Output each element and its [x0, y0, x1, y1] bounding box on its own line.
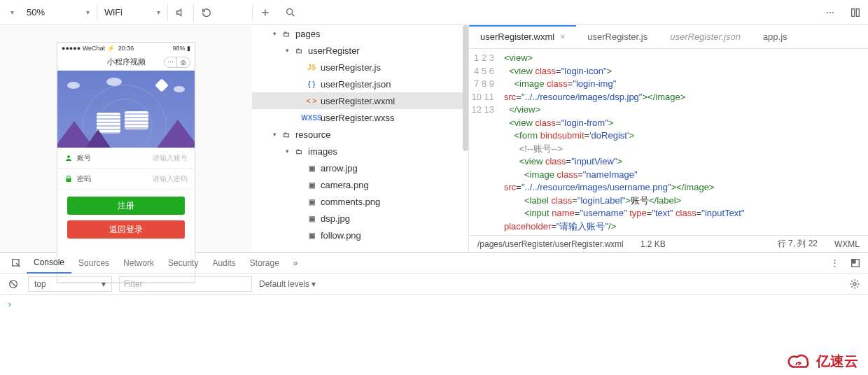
file-userregister-js[interactable]: JSuserRegister.js	[252, 59, 468, 76]
code-editor[interactable]: 1 2 3 4 5 6 7 8 9 10 11 12 13 <view> <vi…	[469, 49, 868, 235]
split-button[interactable]	[843, 0, 868, 25]
tree-label: userRegister.json	[321, 79, 391, 90]
context-select[interactable]: top▾	[28, 276, 112, 292]
tree-label: pages	[295, 29, 320, 39]
device-dropdown[interactable]: ▾	[0, 0, 20, 25]
split-icon	[850, 7, 861, 18]
console-body[interactable]: ›	[0, 295, 868, 375]
account-placeholder: 请输入账号	[153, 153, 188, 163]
password-row[interactable]: 密码 请输入密码	[57, 169, 195, 190]
file-userregister-json[interactable]: { }userRegister.json	[252, 76, 468, 92]
wxss-icon: WXSS	[305, 114, 318, 122]
phone-statusbar: ●●●●● WeChat ⚡ 20:36 98% ▮	[57, 43, 195, 54]
file-image[interactable]: ▣dsp.jpg	[252, 210, 468, 227]
image-icon: ▣	[305, 198, 318, 206]
status-cursor: 行 7, 列 22	[778, 238, 818, 250]
console-filter-input[interactable]: Filter	[119, 276, 252, 292]
context-value: top	[34, 279, 46, 289]
network-dropdown[interactable]: WiFi▾	[97, 0, 167, 25]
chevron-down-icon: ▾	[10, 8, 14, 16]
more-button[interactable]	[818, 0, 843, 25]
devtools-tab-storage[interactable]: Storage	[243, 253, 286, 274]
carrier-label: ●●●●● WeChat ⚡	[62, 45, 115, 52]
tab-label: userRegister.wxml	[480, 31, 554, 42]
inspect-icon	[10, 257, 22, 269]
console-settings-button[interactable]	[847, 271, 862, 297]
svg-point-2	[830, 12, 831, 13]
tree-label: comments.png	[321, 197, 380, 207]
clear-console-button[interactable]	[6, 271, 21, 297]
new-file-button[interactable]	[253, 0, 278, 25]
folder-pages[interactable]: ▾🗀pages	[252, 25, 468, 42]
rotate-button[interactable]	[194, 0, 219, 25]
folder-icon: 🗀	[293, 47, 305, 55]
chevron-down-icon: ▾	[286, 47, 293, 54]
svg-point-10	[853, 283, 856, 285]
file-image[interactable]: ▣arrow.jpg	[252, 160, 468, 176]
file-image[interactable]: ▣follow.png	[252, 227, 468, 243]
file-explorer: ▾🗀pages ▾🗀userRegister JSuserRegister.js…	[252, 25, 469, 252]
devtools-menu-button[interactable]: ⋮	[827, 250, 841, 276]
file-userregister-wxml[interactable]: < >userRegister.wxml	[252, 92, 468, 109]
password-label: 密码	[77, 174, 91, 184]
file-userregister-wxss[interactable]: WXSSuserRegister.wxss	[252, 109, 468, 126]
file-image[interactable]: ▣camera.png	[252, 176, 468, 193]
hero-image	[57, 71, 195, 148]
account-label: 账号	[77, 153, 91, 163]
back-login-button[interactable]: 返回登录	[67, 220, 185, 239]
tree-label: images	[308, 146, 337, 157]
folder-icon: 🗀	[293, 148, 305, 155]
simulator-panel: ●●●●● WeChat ⚡ 20:36 98% ▮ 小程序视频 ⋯◎ 账	[0, 25, 252, 252]
tab-userregister-json[interactable]: userRegister.json	[659, 25, 752, 48]
close-icon[interactable]: ×	[560, 32, 565, 42]
log-levels-dropdown[interactable]: Default levels ▾	[259, 279, 316, 289]
image-icon: ▣	[305, 164, 318, 172]
tab-userregister-wxml[interactable]: userRegister.wxml×	[469, 25, 576, 48]
devtools-tab-sources[interactable]: Sources	[71, 253, 116, 274]
more-icon	[825, 7, 836, 18]
devtools-tab-network[interactable]: Network	[116, 253, 161, 274]
svg-rect-4	[852, 8, 855, 16]
devtools-tab-security[interactable]: Security	[161, 253, 205, 274]
chevron-down-icon: ▾	[273, 30, 280, 37]
tree-label: resource	[295, 129, 331, 140]
devtools-tab-more[interactable]: »	[286, 253, 305, 274]
tab-label: userRegister.js	[587, 31, 648, 42]
svg-point-0	[287, 8, 293, 14]
file-image[interactable]: ▣comments.png	[252, 193, 468, 210]
search-button[interactable]	[278, 0, 303, 25]
tab-userregister-js[interactable]: userRegister.js	[576, 25, 659, 48]
devtools-tab-audits[interactable]: Audits	[205, 253, 242, 274]
devtools-tab-console[interactable]: Console	[27, 253, 71, 274]
account-row[interactable]: 账号 请输入账号	[57, 148, 195, 169]
devtools-panel: Console Sources Network Security Audits …	[0, 252, 868, 375]
editor-statusbar: /pages/userRegister/userRegister.wxml 1.…	[469, 235, 868, 252]
phone-preview: ●●●●● WeChat ⚡ 20:36 98% ▮ 小程序视频 ⋯◎ 账	[57, 42, 195, 283]
tree-label: userRegister.wxss	[321, 113, 394, 123]
image-icon: ▣	[305, 181, 318, 189]
capsule-more-icon: ⋯	[164, 57, 177, 67]
tree-scrollbar[interactable]	[463, 25, 468, 151]
folder-icon: 🗀	[280, 30, 293, 38]
zoom-value: 50%	[27, 7, 45, 17]
simulator-toolbar: ▾ 50%▾ WiFi▾	[0, 0, 252, 25]
tab-app-js[interactable]: app.js	[752, 25, 799, 48]
gear-icon	[849, 278, 860, 290]
register-button[interactable]: 注册	[67, 197, 185, 215]
status-size: 1.2 KB	[640, 239, 666, 249]
zoom-dropdown[interactable]: 50%▾	[20, 0, 97, 25]
cloud-icon	[785, 353, 812, 371]
js-icon: JS	[305, 64, 318, 71]
button-area: 注册 返回登录	[57, 190, 195, 251]
phone-titlebar: 小程序视频 ⋯◎	[57, 54, 195, 71]
folder-userregister[interactable]: ▾🗀userRegister	[252, 42, 468, 59]
svg-point-1	[827, 12, 828, 13]
svg-rect-8	[852, 259, 856, 263]
capsule-menu[interactable]: ⋯◎	[164, 57, 190, 68]
folder-icon: 🗀	[280, 131, 293, 139]
folder-resource[interactable]: ▾🗀resource	[252, 126, 468, 143]
password-placeholder: 请输入密码	[153, 174, 188, 184]
mute-button[interactable]	[168, 0, 193, 25]
user-icon	[64, 154, 73, 162]
folder-images[interactable]: ▾🗀images	[252, 143, 468, 160]
